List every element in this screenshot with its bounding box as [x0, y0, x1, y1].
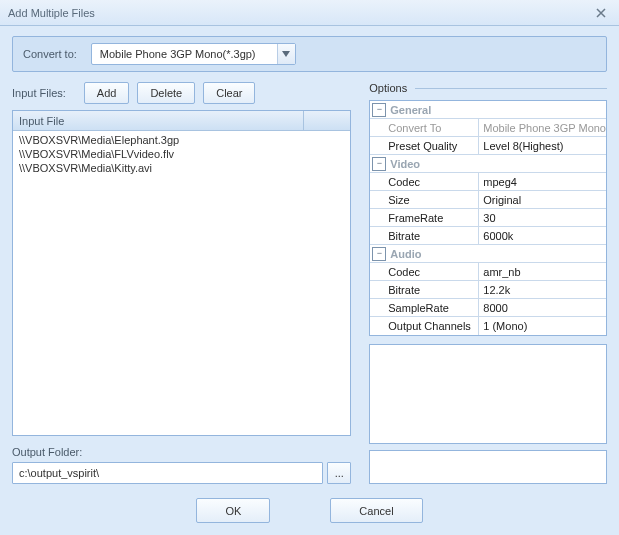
- section-audio[interactable]: − Audio: [370, 245, 606, 263]
- section-general[interactable]: − General: [370, 101, 606, 119]
- clear-button[interactable]: Clear: [203, 82, 255, 104]
- options-description-panel: [369, 344, 607, 444]
- column-input-file[interactable]: Input File: [13, 111, 304, 130]
- output-folder-value: c:\output_vspirit\: [19, 467, 99, 479]
- options-divider: [415, 88, 607, 89]
- collapse-icon[interactable]: −: [372, 103, 386, 117]
- prop-key: Convert To: [370, 119, 479, 136]
- list-item[interactable]: \\VBOXSVR\Media\FLVvideo.flv: [13, 147, 350, 161]
- section-title-video: Video: [386, 158, 420, 170]
- property-row[interactable]: Bitrate 12.2k: [370, 281, 606, 299]
- column-spacer: [304, 111, 350, 130]
- convert-to-value: Mobile Phone 3GP Mono(*.3gp): [92, 48, 277, 60]
- property-row[interactable]: FrameRate 30: [370, 209, 606, 227]
- prop-key: Codec: [370, 173, 479, 190]
- collapse-icon[interactable]: −: [372, 247, 386, 261]
- list-item[interactable]: \\VBOXSVR\Media\Kitty.avi: [13, 161, 350, 175]
- property-row[interactable]: Preset Quality Level 8(Highest): [370, 137, 606, 155]
- property-row[interactable]: SampleRate 8000: [370, 299, 606, 317]
- section-video[interactable]: − Video: [370, 155, 606, 173]
- close-icon: [596, 8, 606, 18]
- prop-val: 1 (Mono): [479, 317, 606, 335]
- prop-val: 30: [479, 209, 606, 226]
- options-preview-panel: [369, 450, 607, 484]
- prop-key: Bitrate: [370, 227, 479, 244]
- prop-val: Original: [479, 191, 606, 208]
- add-button[interactable]: Add: [84, 82, 130, 104]
- convert-to-row: Convert to: Mobile Phone 3GP Mono(*.3gp): [12, 36, 607, 72]
- property-row[interactable]: Bitrate 6000k: [370, 227, 606, 245]
- property-row[interactable]: Codec mpeg4: [370, 173, 606, 191]
- prop-key: FrameRate: [370, 209, 479, 226]
- file-list-header: Input File: [13, 111, 350, 131]
- prop-val: 8000: [479, 299, 606, 316]
- prop-val: 6000k: [479, 227, 606, 244]
- options-label: Options: [369, 82, 407, 94]
- prop-val: mpeg4: [479, 173, 606, 190]
- ok-button[interactable]: OK: [196, 498, 270, 523]
- prop-val: Mobile Phone 3GP Mono: [479, 119, 606, 136]
- output-folder-input[interactable]: c:\output_vspirit\: [12, 462, 323, 484]
- convert-to-combobox[interactable]: Mobile Phone 3GP Mono(*.3gp): [91, 43, 296, 65]
- prop-val: 12.2k: [479, 281, 606, 298]
- window-title: Add Multiple Files: [8, 7, 591, 19]
- prop-key: Codec: [370, 263, 479, 280]
- collapse-icon[interactable]: −: [372, 157, 386, 171]
- prop-key: Output Channels: [370, 317, 479, 335]
- list-item[interactable]: \\VBOXSVR\Media\Elephant.3gp: [13, 133, 350, 147]
- prop-key: Preset Quality: [370, 137, 479, 154]
- output-folder-label: Output Folder:: [12, 446, 351, 458]
- property-row[interactable]: Codec amr_nb: [370, 263, 606, 281]
- property-row[interactable]: Convert To Mobile Phone 3GP Mono: [370, 119, 606, 137]
- property-row[interactable]: Size Original: [370, 191, 606, 209]
- chevron-down-icon: [282, 51, 290, 58]
- prop-key: Bitrate: [370, 281, 479, 298]
- prop-key: Size: [370, 191, 479, 208]
- section-title-audio: Audio: [386, 248, 421, 260]
- prop-val: amr_nb: [479, 263, 606, 280]
- prop-val: Level 8(Highest): [479, 137, 606, 154]
- prop-key: SampleRate: [370, 299, 479, 316]
- section-title-general: General: [386, 104, 431, 116]
- convert-to-label: Convert to:: [23, 48, 77, 60]
- combo-dropdown-button[interactable]: [277, 44, 295, 64]
- ellipsis-icon: ...: [335, 467, 344, 479]
- input-file-list[interactable]: Input File \\VBOXSVR\Media\Elephant.3gp …: [12, 110, 351, 436]
- input-files-label: Input Files:: [12, 87, 66, 99]
- delete-button[interactable]: Delete: [137, 82, 195, 104]
- property-grid[interactable]: − General Convert To Mobile Phone 3GP Mo…: [369, 100, 607, 336]
- close-button[interactable]: [591, 5, 611, 21]
- browse-button[interactable]: ...: [327, 462, 351, 484]
- property-row[interactable]: Output Channels 1 (Mono): [370, 317, 606, 335]
- cancel-button[interactable]: Cancel: [330, 498, 422, 523]
